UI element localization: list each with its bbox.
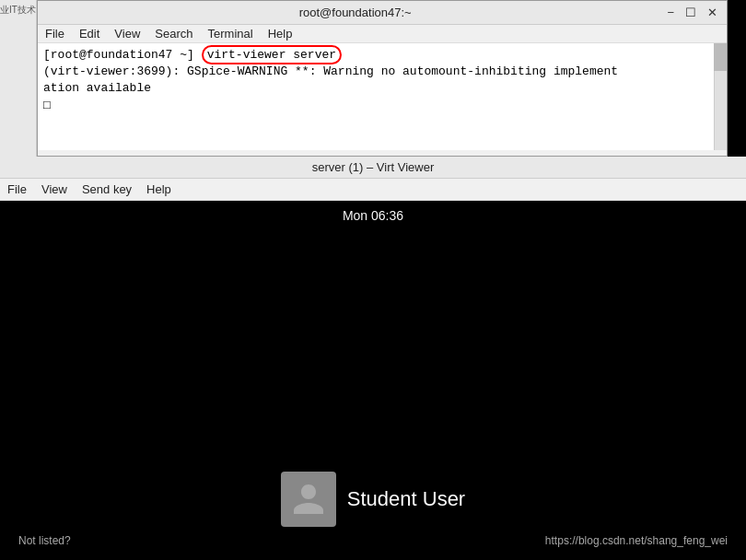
maximize-button[interactable]: ☐ — [683, 6, 698, 19]
user-name-label: Student User — [347, 487, 465, 511]
virt-viewer-content: Mon 06:36 Student User Not listed? https… — [0, 201, 746, 560]
left-sidebar-label: 业IT技术 — [0, 4, 36, 17]
menu-edit[interactable]: Edit — [79, 27, 99, 41]
terminal-line-4: □ — [43, 98, 721, 114]
vv-menu-help[interactable]: Help — [146, 182, 171, 196]
clock-display: Mon 06:36 — [343, 208, 403, 223]
user-avatar — [281, 472, 336, 527]
vv-menu-file[interactable]: File — [7, 182, 27, 196]
login-user-row: Student User — [281, 472, 465, 527]
virt-viewer-titlebar: server (1) – Virt Viewer — [0, 157, 746, 179]
login-footer: Not listed? https://blog.csdn.net/shang_… — [0, 534, 746, 547]
scrollbar-thumb — [714, 43, 727, 71]
vv-menu-send-key[interactable]: Send key — [82, 182, 132, 196]
menu-view[interactable]: View — [114, 27, 140, 41]
terminal-window: root@foundation47:~ − ☐ ✕ File Edit View… — [37, 0, 728, 157]
terminal-line-1: [root@foundation47 ~] virt-viewer server — [43, 47, 721, 64]
menu-help[interactable]: Help — [268, 27, 293, 41]
terminal-titlebar: root@foundation47:~ − ☐ ✕ — [38, 1, 727, 25]
virt-viewer-window: server (1) – Virt Viewer File View Send … — [0, 157, 746, 560]
virt-viewer-menubar: File View Send key Help — [0, 179, 746, 201]
virt-viewer-title: server (1) – Virt Viewer — [312, 160, 434, 174]
terminal-scrollbar[interactable] — [714, 43, 727, 150]
blog-url: https://blog.csdn.net/shang_feng_wei — [545, 534, 728, 547]
terminal-menubar: File Edit View Search Terminal Help — [38, 25, 727, 43]
minimize-button[interactable]: − — [665, 6, 676, 19]
close-button[interactable]: ✕ — [705, 6, 719, 19]
not-listed-link[interactable]: Not listed? — [18, 534, 71, 547]
menu-search[interactable]: Search — [155, 27, 192, 41]
terminal-content: [root@foundation47 ~] virt-viewer server… — [38, 43, 727, 150]
vv-menu-view[interactable]: View — [41, 182, 67, 196]
terminal-line-2: (virt-viewer:3699): GSpice-WARNING **: W… — [43, 64, 721, 80]
menu-file[interactable]: File — [45, 27, 64, 41]
left-sidebar: 业IT技术 — [0, 0, 37, 157]
terminal-controls: − ☐ ✕ — [665, 6, 719, 19]
command-highlight: virt-viewer server — [202, 45, 342, 64]
terminal-line-3: ation available — [43, 80, 721, 97]
menu-terminal[interactable]: Terminal — [208, 27, 253, 41]
avatar-icon — [290, 481, 327, 518]
terminal-title: root@foundation47:~ — [45, 6, 665, 19]
login-area: Student User Not listed? https://blog.cs… — [0, 468, 746, 560]
